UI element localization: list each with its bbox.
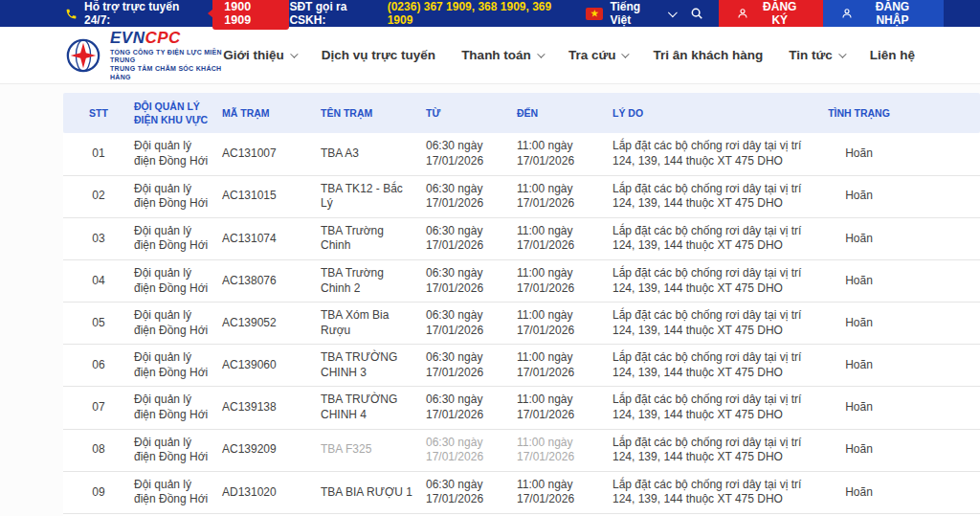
- table-row: 02Đội quản lý điện Đồng HớiAC131015TBA T…: [63, 176, 980, 218]
- cell-tinh_trang: Hoãn: [818, 141, 900, 168]
- column-header: STT: [63, 100, 134, 126]
- user-icon: [737, 8, 748, 19]
- cell-doi: Đội quản lý điện Đồng Hới: [134, 176, 222, 217]
- cell-ly_do: Lắp đặt các bộ chống rơi dây tại vị trí …: [612, 176, 818, 217]
- table-row: 07Đội quản lý điện Đồng HớiAC139138TBA T…: [63, 387, 980, 429]
- table-row: 03Đội quản lý điện Đồng HớiAC131074TBA T…: [63, 218, 980, 260]
- brand-cpc: CPC: [145, 29, 180, 47]
- search-button[interactable]: [690, 7, 703, 20]
- cell-doi: Đội quản lý điện Đồng Hới: [134, 430, 222, 471]
- table-row: 08Đội quản lý điện Đồng HớiAC139209TBA F…: [63, 430, 980, 472]
- table-row: 01Đội quản lý điện Đồng HớiAC131007TBA A…: [63, 133, 980, 175]
- cell-ly_do: Lắp đặt các bộ chống rơi dây tại vị trí …: [612, 345, 818, 386]
- top-bar: Hỗ trợ trực tuyến 24/7: 1900 1909 SĐT gọ…: [0, 0, 980, 27]
- main-nav: Giới thiệuDịch vụ trực tuyếnThanh toánTr…: [223, 48, 915, 62]
- cell-tu: 06:30 ngày 17/01/2026: [426, 176, 517, 217]
- column-header: TÌNH TRẠNG: [818, 100, 900, 126]
- cell-den: 11:00 ngày 17/01/2026: [517, 387, 612, 428]
- hotline-label: Hỗ trợ trực tuyến 24/7:: [84, 0, 202, 27]
- nav-item-3[interactable]: Tra cứu: [568, 48, 628, 62]
- nav-item-0[interactable]: Giới thiệu: [223, 48, 296, 62]
- cell-tinh_trang: Hoãn: [818, 394, 900, 421]
- cskh-numbers: (0236) 367 1909, 368 1909, 369 1909: [388, 0, 572, 27]
- site-header: EVNCPC TỔNG CÔNG TY ĐIỆN LỰC MIỀN TRUNG …: [0, 27, 980, 84]
- nav-item-label: Thanh toán: [461, 48, 531, 62]
- company-line2: TRUNG TÂM CHĂM SÓC KHÁCH HÀNG: [110, 65, 223, 82]
- cell-ma_tram: AC139209: [222, 437, 321, 463]
- nav-item-label: Tin tức: [789, 48, 833, 62]
- column-header: ĐỘI QUẢN LÝ ĐIỆN KHU VỰC: [134, 93, 222, 133]
- cell-stt: 05: [63, 310, 134, 337]
- chevron-down-icon: [537, 50, 545, 57]
- nav-item-label: Giới thiệu: [223, 48, 284, 62]
- cell-tinh_trang: Hoãn: [818, 310, 900, 337]
- language-selector[interactable]: Tiếng Việt: [610, 0, 674, 27]
- cell-ly_do: Lắp đặt các bộ chống rơi dây tại vị trí …: [612, 303, 818, 344]
- cell-ly_do: Lắp đặt các bộ chống rơi dây tại vị trí …: [612, 260, 818, 302]
- column-header: ĐẾN: [517, 100, 612, 126]
- cell-tinh_trang: Hoãn: [818, 480, 900, 506]
- cell-ly_do: Lắp đặt các bộ chống rơi dây tại vị trí …: [612, 133, 818, 174]
- cell-doi: Đội quản lý điện Đồng Hới: [134, 303, 222, 344]
- cell-ten_tram: TBA Trường Chinh 2: [321, 260, 426, 302]
- cell-ten_tram: TBA Xóm Bia Rượu: [321, 303, 426, 344]
- cell-ten_tram: TBA A3: [321, 141, 426, 168]
- table-row: 04Đội quản lý điện Đồng HớiAC138076TBA T…: [63, 260, 980, 303]
- register-button[interactable]: ĐĂNG KÝ: [719, 0, 823, 27]
- cell-stt: 09: [63, 480, 134, 506]
- cell-tu: 06:30 ngày 17/01/2026: [426, 260, 517, 302]
- cell-tinh_trang: Hoãn: [818, 183, 900, 210]
- evn-star-icon: [65, 37, 101, 74]
- language-label: Tiếng Việt: [610, 0, 661, 27]
- column-header: LÝ DO: [612, 100, 818, 126]
- nav-item-4[interactable]: Tri ân khách hàng: [653, 48, 763, 62]
- evncpc-logo[interactable]: EVNCPC TỔNG CÔNG TY ĐIỆN LỰC MIỀN TRUNG …: [65, 28, 223, 81]
- chevron-down-icon: [668, 8, 678, 17]
- cell-stt: 06: [63, 352, 134, 379]
- nav-item-5[interactable]: Tin tức: [789, 48, 844, 62]
- main-content: STTĐỘI QUẢN LÝ ĐIỆN KHU VỰCMÃ TRẠMTÊN TR…: [0, 84, 980, 516]
- table-row: 09Đội quản lý điện Đồng HớiAD131020TBA B…: [63, 472, 980, 514]
- logo-text-block: EVNCPC TỔNG CÔNG TY ĐIỆN LỰC MIỀN TRUNG …: [110, 28, 223, 81]
- cell-ma_tram: AC131074: [222, 226, 321, 253]
- cell-doi: Đội quản lý điện Đồng Hới: [134, 387, 222, 428]
- company-line1: TỔNG CÔNG TY ĐIỆN LỰC MIỀN TRUNG: [110, 49, 223, 66]
- register-label: ĐĂNG KÝ: [755, 0, 805, 27]
- cell-doi: Đội quản lý điện Đồng Hới: [134, 133, 222, 174]
- cell-stt: 02: [63, 183, 134, 210]
- cell-ly_do: Lắp đặt các bộ chống rơi dây tại vị trí …: [612, 430, 818, 471]
- chevron-down-icon: [622, 50, 630, 57]
- cell-den: 11:00 ngày 17/01/2026: [517, 218, 612, 259]
- cell-tu: 06:30 ngày 17/01/2026: [426, 387, 517, 428]
- brand-evn: EVN: [110, 29, 145, 47]
- cell-den: 11:00 ngày 17/01/2026: [517, 345, 612, 386]
- cell-tu: 06:30 ngày 17/01/2026: [426, 472, 517, 513]
- vietnam-flag-icon: ★: [586, 8, 603, 20]
- cell-doi: Đội quản lý điện Đồng Hới: [134, 218, 222, 259]
- cell-den: 11:00 ngày 17/01/2026: [517, 430, 612, 471]
- cell-ten_tram: TBA TK12 - Bắc Lý: [321, 176, 426, 217]
- cell-tinh_trang: Hoãn: [818, 352, 900, 379]
- cell-stt: 01: [63, 141, 134, 168]
- cell-ly_do: Lắp đặt các bộ chống rơi dây tại vị trí …: [612, 472, 818, 513]
- nav-item-2[interactable]: Thanh toán: [461, 48, 543, 62]
- cell-ten_tram: TBA F325: [321, 437, 426, 463]
- hotline-number-badge[interactable]: 1900 1909: [212, 0, 289, 30]
- table-header-row: STTĐỘI QUẢN LÝ ĐIỆN KHU VỰCMÃ TRẠMTÊN TR…: [63, 93, 980, 133]
- nav-item-label: Dịch vụ trực tuyến: [322, 48, 435, 62]
- cell-doi: Đội quản lý điện Đồng Hới: [134, 472, 222, 513]
- cell-den: 11:00 ngày 17/01/2026: [517, 133, 612, 174]
- nav-item-1[interactable]: Dịch vụ trực tuyến: [322, 48, 435, 62]
- nav-item-label: Liên hệ: [870, 48, 915, 62]
- cell-ten_tram: TBA TRƯỜNG CHINH 4: [321, 387, 426, 428]
- cell-ly_do: Lắp đặt các bộ chống rơi dây tại vị trí …: [612, 387, 818, 428]
- cskh-group: SĐT gọi ra CSKH: (0236) 367 1909, 368 19…: [289, 0, 572, 27]
- nav-item-label: Tri ân khách hàng: [653, 48, 763, 62]
- cell-tinh_trang: Hoãn: [818, 437, 900, 463]
- nav-item-6[interactable]: Liên hệ: [870, 48, 915, 62]
- login-button[interactable]: ĐĂNG NHẬP: [823, 0, 944, 27]
- cell-ten_tram: TBA BIA RƯỢU 1: [321, 480, 426, 506]
- cell-stt: 03: [63, 226, 134, 253]
- cell-ma_tram: AD131020: [222, 480, 321, 506]
- chevron-down-icon: [290, 50, 298, 57]
